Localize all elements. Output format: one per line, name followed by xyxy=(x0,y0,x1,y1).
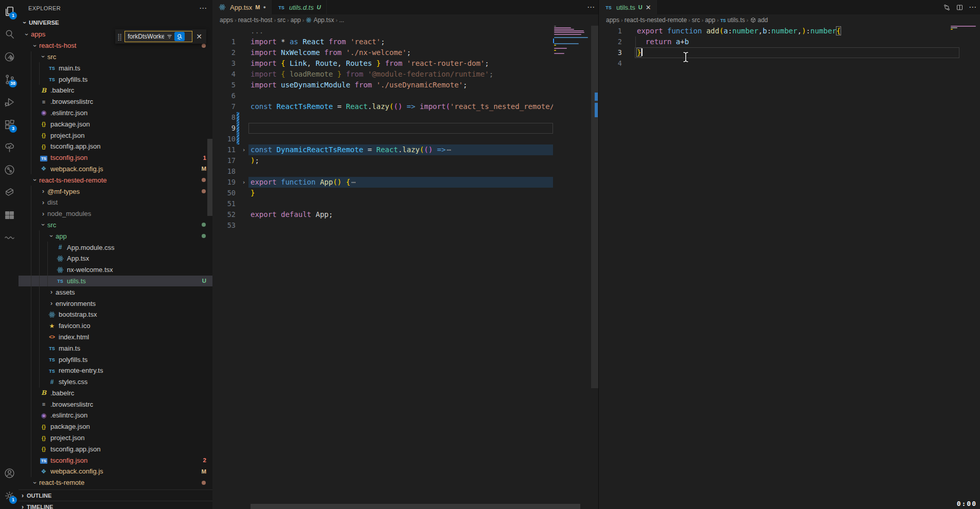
tree-item--browserslistrc[interactable]: ≡.browserslistrc xyxy=(19,398,212,410)
fuzzy-search-icon[interactable] xyxy=(174,32,185,41)
timeline-section[interactable]: › TIMELINE xyxy=(19,501,212,509)
tree-item-index-html[interactable]: <>index.html xyxy=(19,332,212,343)
dirty-indicator-icon[interactable]: ● xyxy=(263,5,266,10)
editor-scrollbar[interactable] xyxy=(591,26,598,416)
wave-icon[interactable] xyxy=(0,226,19,249)
tree-item-assets[interactable]: ›assets xyxy=(19,286,212,298)
tree-item-main-ts[interactable]: TSmain.ts xyxy=(19,342,212,354)
breadcrumb-item[interactable]: TSutils.ts xyxy=(720,16,745,24)
breadcrumb-item[interactable]: add xyxy=(750,16,768,24)
tab-utils-d-ts[interactable]: TSutils.d.tsU xyxy=(272,0,327,14)
breadcrumb-item[interactable]: app xyxy=(705,16,715,24)
sidebar-scrollbar[interactable] xyxy=(207,139,212,216)
tab-app-tsx[interactable]: App.tsxM● xyxy=(212,0,272,14)
close-icon[interactable]: ✕ xyxy=(195,32,203,41)
breadcrumb-item[interactable]: react-ts-host xyxy=(238,16,273,24)
breadcrumb-item[interactable]: src xyxy=(692,16,700,24)
code-line[interactable]: 6 xyxy=(212,90,553,101)
tree-item-styles-css[interactable]: #styles.css xyxy=(19,376,212,388)
tree-item--babelrc[interactable]: B.babelrc xyxy=(19,388,212,399)
tree-item-bootstrap-tsx[interactable]: bootstrap.tsx xyxy=(19,309,212,320)
tree-item-package-json[interactable]: {}package.json xyxy=(19,421,212,432)
tree-item-polyfills-ts[interactable]: TSpolyfills.ts xyxy=(19,74,212,85)
code-line[interactable]: 8 xyxy=(212,112,553,123)
tree-item-app-module-css[interactable]: #App.module.css xyxy=(19,242,212,253)
tree-item--eslintrc-json[interactable]: ◉.eslintrc.json xyxy=(19,107,212,119)
tree-item-app[interactable]: ›app xyxy=(19,230,212,242)
code-line[interactable]: 2import NxWelcome from './nx-welcome'; xyxy=(212,47,553,58)
code-line[interactable]: 17); xyxy=(212,155,553,166)
tree-item-webpack-config-js[interactable]: ❖webpack.config.jsM xyxy=(19,163,212,175)
tree-item-polyfills-ts[interactable]: TSpolyfills.ts xyxy=(19,354,212,365)
tree-item-src[interactable]: ›src xyxy=(19,51,212,63)
tree-item--browserslistrc[interactable]: ≡.browserslistrc xyxy=(19,96,212,107)
outline-section[interactable]: › OUTLINE xyxy=(19,489,212,501)
code-line[interactable]: 18 xyxy=(212,166,553,177)
tree-item--mf-types[interactable]: ›@mf-types xyxy=(19,186,212,197)
tree-item-tsconfig-app-json[interactable]: {}tsconfig.app.json xyxy=(19,141,212,152)
commit-graph-icon[interactable] xyxy=(0,158,19,181)
tree-item-react-ts-remote[interactable]: ›react-ts-remote xyxy=(19,477,212,488)
open-changes-icon[interactable] xyxy=(943,4,951,11)
fold-chevron-icon[interactable]: › xyxy=(239,144,248,155)
tree-item-project-json[interactable]: {}project.json xyxy=(19,432,212,444)
code-line[interactable]: 10 xyxy=(212,134,553,144)
filter-icon[interactable] xyxy=(164,32,174,41)
tab-utils-ts[interactable]: TSutils.tsU✕ xyxy=(599,0,657,14)
code-editor[interactable]: ...1import * as React from 'react';2impo… xyxy=(212,26,553,231)
code-line[interactable]: 3import { Link, Route, Routes } from 're… xyxy=(212,58,553,69)
tree-check-icon[interactable] xyxy=(0,136,19,158)
tree-item--babelrc[interactable]: B.babelrc xyxy=(19,85,212,96)
code-line[interactable]: 7const ReactTsRemote = React.lazy(() => … xyxy=(212,101,553,112)
search-icon[interactable] xyxy=(0,23,19,45)
settings-gear-icon[interactable]: 1 xyxy=(0,484,19,507)
source-control-icon[interactable]: 38 xyxy=(0,68,19,90)
layers-icon[interactable] xyxy=(0,181,19,204)
code-line[interactable]: 1import * as React from 'react'; xyxy=(212,37,553,47)
code-line[interactable]: 53 xyxy=(212,220,553,231)
fold-chevron-icon[interactable]: › xyxy=(239,177,248,188)
tree-item-src[interactable]: ›src xyxy=(19,220,212,231)
code-line[interactable]: 9 xyxy=(212,123,553,134)
code-line[interactable]: 50} xyxy=(212,188,553,198)
code-line[interactable]: 2 return a+b xyxy=(599,37,959,47)
code-line[interactable]: 51 xyxy=(212,198,553,209)
tree-item-node-modules[interactable]: ›node_modules xyxy=(19,208,212,220)
breadcrumb-item[interactable]: react-ts-nested-remote xyxy=(625,16,687,24)
code-line[interactable]: 3} xyxy=(599,47,959,58)
grid-icon[interactable] xyxy=(0,204,19,226)
code-line[interactable]: 1export function add(a:number,b:number,)… xyxy=(599,26,959,37)
tree-item-webpack-config-js[interactable]: ❖webpack.config.jsM xyxy=(19,466,212,477)
breadcrumb-item[interactable]: ... xyxy=(339,16,344,24)
explorer-more-actions-icon[interactable]: ⋯ xyxy=(199,4,207,13)
workspace-header[interactable]: › UNIVERSE xyxy=(19,16,212,28)
pin-circle-icon[interactable] xyxy=(0,45,19,68)
tree-item--eslintrc-json[interactable]: ◉.eslintrc.json xyxy=(19,410,212,421)
extensions-icon[interactable]: 3 xyxy=(0,113,19,136)
breadcrumb-item[interactable]: apps xyxy=(606,16,619,24)
tree-item-favicon-ico[interactable]: ★favicon.ico xyxy=(19,320,212,332)
breadcrumb-item[interactable]: apps xyxy=(220,16,233,24)
horizontal-scrollbar[interactable] xyxy=(251,504,580,509)
tree-item-tsconfig-app-json[interactable]: {}tsconfig.app.json xyxy=(19,443,212,455)
close-icon[interactable]: ✕ xyxy=(646,4,651,11)
tree-item-app-tsx[interactable]: App.tsx xyxy=(19,253,212,264)
tree-item-dist[interactable]: ›dist xyxy=(19,197,212,208)
tree-item-utils-ts[interactable]: TSutils.tsU xyxy=(19,276,212,287)
run-debug-icon[interactable] xyxy=(0,90,19,113)
drag-handle-icon[interactable]: ⣿ xyxy=(117,33,122,41)
breadcrumb-item[interactable]: App.tsx xyxy=(306,16,334,24)
tree-item-tsconfig-json[interactable]: TStsconfig.json2 xyxy=(19,455,212,466)
code-line[interactable]: 5import useDynamicModule from './useDyna… xyxy=(212,80,553,90)
code-line[interactable]: ... xyxy=(212,26,553,37)
code-line[interactable]: 4 xyxy=(599,58,959,69)
code-line[interactable]: 11›const DynamicReactTsRemote = React.la… xyxy=(212,144,553,155)
code-line[interactable]: 19›export function App() {⋯ xyxy=(212,177,553,188)
code-line[interactable]: 52export default App; xyxy=(212,209,553,220)
explorer-icon[interactable]: 1 xyxy=(0,0,19,23)
tree-item-main-ts[interactable]: TSmain.ts xyxy=(19,62,212,74)
more-actions-icon[interactable]: ⋯ xyxy=(587,3,595,12)
tree-item-react-ts-nested-remote[interactable]: ›react-ts-nested-remote xyxy=(19,174,212,186)
breadcrumb-item[interactable]: app xyxy=(291,16,301,24)
more-actions-icon[interactable]: ⋯ xyxy=(969,3,977,12)
